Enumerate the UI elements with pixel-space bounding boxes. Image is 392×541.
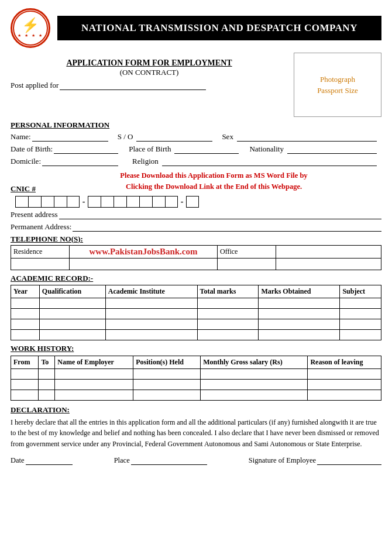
declaration-title: DECLARATION: bbox=[11, 405, 381, 415]
academic-col-total-marks: Total marks bbox=[197, 285, 259, 298]
cnic-dash: - bbox=[178, 197, 186, 206]
sex-field[interactable] bbox=[237, 132, 377, 142]
place-line[interactable] bbox=[131, 464, 207, 465]
post-applied-label: Post applied for bbox=[11, 81, 59, 90]
academic-col-institute: Academic Institute bbox=[105, 285, 197, 298]
pob-label: Place of Birth bbox=[129, 144, 171, 154]
tel-header-row: Residence www.PakistanJobsBank.com Offic… bbox=[11, 245, 381, 258]
photo-text: PhotographPassport Size bbox=[317, 74, 358, 97]
academic-col-subject: Subject bbox=[340, 285, 381, 298]
dob-label: Date of Birth: bbox=[11, 144, 53, 154]
cnic-cell[interactable] bbox=[41, 196, 54, 208]
top-left: APPLICATION FORM FOR EMPLOYMENT (ON CONT… bbox=[11, 53, 288, 92]
academic-header-row: Year Qualification Academic Institute To… bbox=[11, 285, 381, 298]
domicile-label: Domicile: bbox=[11, 157, 41, 166]
work-col-salary: Monthly Gross salary (Rs) bbox=[201, 356, 308, 368]
form-title: APPLICATION FORM FOR EMPLOYMENT bbox=[11, 58, 288, 68]
permanent-address-row: Permanent Address: bbox=[11, 222, 381, 232]
cnic-cell[interactable] bbox=[165, 196, 178, 208]
academic-title: ACADEMIC RECORD:- bbox=[11, 274, 381, 283]
nationality-field[interactable] bbox=[287, 144, 377, 154]
work-col-to: To bbox=[39, 356, 55, 368]
work-col-reason: Reason of leaving bbox=[308, 356, 381, 368]
personal-info-title: PERSONAL INFORMATION bbox=[11, 120, 381, 130]
name-label: Name: bbox=[11, 132, 31, 142]
application-form: ⚡ ★ ★ ★ ★ NATIONAL TRANSMISSION AND DESP… bbox=[0, 0, 392, 541]
pob-field[interactable] bbox=[174, 144, 239, 154]
work-col-position: Position(s) Held bbox=[133, 356, 201, 368]
cnic-cell[interactable] bbox=[67, 196, 80, 208]
cnic-cell[interactable] bbox=[114, 196, 126, 208]
dob-pob-nationality-row: Date of Birth: Place of Birth Nationalit… bbox=[11, 144, 381, 154]
religion-field[interactable] bbox=[162, 157, 377, 166]
work-col-employer: Name of Employer bbox=[55, 356, 133, 368]
present-address-field[interactable] bbox=[59, 210, 381, 219]
work-header-row: From To Name of Employer Position(s) Hel… bbox=[11, 356, 381, 368]
present-address-row: Present address bbox=[11, 210, 381, 219]
cnic-cell[interactable] bbox=[101, 196, 114, 208]
cnic-cell[interactable] bbox=[139, 196, 152, 208]
academic-table: Year Qualification Academic Institute To… bbox=[11, 285, 381, 340]
so-field[interactable] bbox=[136, 132, 212, 142]
permanent-address-label: Permanent Address: bbox=[11, 222, 71, 232]
cnic-dash: - bbox=[80, 197, 88, 206]
academic-col-marks-obtained: Marks Obtained bbox=[259, 285, 340, 298]
cnic-cell[interactable] bbox=[186, 196, 199, 208]
tel-col1-header: Residence bbox=[11, 245, 70, 258]
signature-field-row: Signature of Employee bbox=[249, 456, 381, 465]
place-label: Place bbox=[114, 456, 130, 465]
app-title-section: APPLICATION FORM FOR EMPLOYMENT (ON CONT… bbox=[11, 58, 288, 77]
tel-col2-header: Office bbox=[218, 245, 276, 258]
tel-col3-cell bbox=[276, 245, 381, 258]
domicile-field[interactable] bbox=[42, 157, 118, 166]
present-address-label: Present address bbox=[11, 210, 58, 219]
date-label: Date bbox=[11, 456, 25, 465]
signature-label: Signature of Employee bbox=[249, 456, 316, 465]
nationality-label: Nationality bbox=[249, 144, 284, 154]
cnic-cell[interactable] bbox=[152, 196, 165, 208]
watermark: www.PakistanJobsBank.com bbox=[72, 247, 215, 257]
so-label: S / O bbox=[118, 132, 133, 142]
name-so-sex-row: Name: S / O Sex bbox=[11, 132, 381, 142]
cnic-grid: - - bbox=[15, 196, 381, 208]
work-row bbox=[11, 368, 381, 379]
tel-empty-row bbox=[11, 258, 381, 270]
telephone-title: TELEPHONE NO(S): bbox=[11, 235, 381, 244]
photo-box: PhotographPassport Size bbox=[294, 53, 381, 117]
academic-col-year: Year bbox=[11, 285, 40, 298]
academic-col-qualification: Qualification bbox=[39, 285, 105, 298]
post-applied-line bbox=[60, 81, 206, 90]
cnic-cell[interactable] bbox=[28, 196, 41, 208]
permanent-address-field[interactable] bbox=[73, 222, 381, 232]
date-line[interactable] bbox=[26, 464, 73, 465]
post-applied-row: Post applied for bbox=[11, 81, 288, 90]
telephone-table: Residence www.PakistanJobsBank.com Offic… bbox=[11, 245, 381, 270]
cnic-row: CNIC # Please Download this Application … bbox=[11, 169, 381, 194]
top-section: APPLICATION FORM FOR EMPLOYMENT (ON CONT… bbox=[11, 53, 381, 117]
work-history-table: From To Name of Employer Position(s) Hel… bbox=[11, 356, 381, 401]
work-history-title: WORK HISTORY: bbox=[11, 344, 381, 353]
bottom-signature-row: Date Place Signature of Employee bbox=[11, 456, 381, 465]
cnic-label: CNIC # bbox=[11, 184, 36, 194]
signature-line[interactable] bbox=[317, 464, 381, 465]
sex-label: Sex bbox=[222, 132, 233, 142]
company-name: NATIONAL TRANSMISSION AND DESPATCH COMPA… bbox=[57, 16, 381, 40]
cnic-notice: Please Download this Application Form as… bbox=[46, 170, 381, 192]
academic-row bbox=[11, 308, 381, 319]
company-logo: ⚡ ★ ★ ★ ★ bbox=[11, 8, 50, 48]
cnic-cell[interactable] bbox=[88, 196, 101, 208]
cnic-grid-row: - - bbox=[11, 196, 381, 208]
cnic-cell[interactable] bbox=[54, 196, 67, 208]
name-field[interactable] bbox=[32, 132, 108, 142]
work-row bbox=[11, 390, 381, 400]
place-field-row: Place bbox=[78, 456, 243, 465]
domicile-religion-row: Domicile: Religion bbox=[11, 157, 381, 166]
religion-label: Religion bbox=[132, 157, 159, 166]
cnic-cell[interactable] bbox=[126, 196, 139, 208]
academic-row bbox=[11, 319, 381, 329]
cnic-cell[interactable] bbox=[15, 196, 28, 208]
dob-field[interactable] bbox=[54, 144, 118, 154]
form-subtitle: (ON CONTRACT) bbox=[11, 68, 288, 77]
academic-row bbox=[11, 329, 381, 340]
declaration-text: I hereby declare that all the entries in… bbox=[11, 417, 381, 450]
